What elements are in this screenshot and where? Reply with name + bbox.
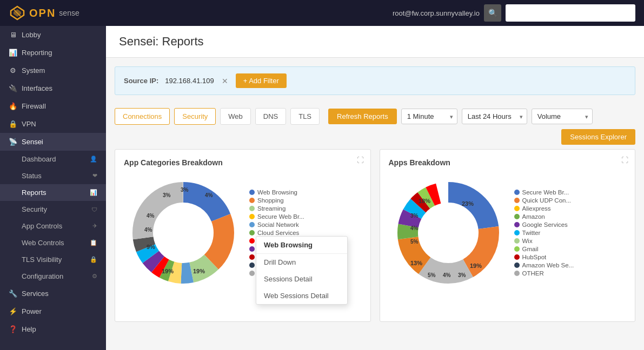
tab-dns[interactable]: DNS xyxy=(255,108,286,125)
svg-text:5%: 5% xyxy=(410,239,419,245)
context-menu-web-sessions-detail[interactable]: Web Sessions Detail xyxy=(256,287,347,304)
sidebar-label-services: Services xyxy=(22,290,49,298)
sidebar-item-services[interactable]: 🔧 Services xyxy=(0,285,106,302)
sidebar-item-web-controls[interactable]: Web Controls 📋 xyxy=(0,234,106,251)
svg-text:4%: 4% xyxy=(410,225,419,231)
main-content: Sensei: Reports Source IP: 192.168.41.10… xyxy=(106,26,644,350)
sessions-explorer-button[interactable]: Sessions Explorer xyxy=(561,129,635,145)
interval-select-wrap: 1 Minute 5 Minutes 10 Minutes xyxy=(401,109,457,124)
topbar-right: root@fw.corp.sunnyvalley.io 🔍 xyxy=(393,4,635,22)
sidebar-item-app-controls[interactable]: App Controls ✈ xyxy=(0,218,106,234)
sidebar-item-sensei[interactable]: 📡 Sensei xyxy=(0,133,106,151)
legend-item: HubSpot xyxy=(514,254,574,260)
topbar: OPNsense root@fw.corp.sunnyvalley.io 🔍 xyxy=(0,0,644,26)
range-select[interactable]: Last 24 Hours Last 1 Hour Last 7 Days xyxy=(462,109,527,124)
sidebar-label-lobby: Lobby xyxy=(22,31,41,39)
sidebar-label-status: Status xyxy=(22,172,42,180)
sidebar-label-interfaces: Interfaces xyxy=(22,84,52,92)
sidebar-item-reports[interactable]: Reports 📊 xyxy=(0,184,106,201)
tab-security[interactable]: Security xyxy=(174,108,216,125)
logo-icon xyxy=(9,4,26,22)
sidebar-item-help[interactable]: ❓ Help xyxy=(0,320,106,338)
legend-item: Amazon Web Se... xyxy=(514,262,574,268)
legend-item: Streaming xyxy=(249,205,304,212)
context-menu-header: Web Browsing xyxy=(256,237,347,254)
security-sub-icon: 🛡 xyxy=(91,206,97,213)
sidebar-item-firewall[interactable]: 🔥 Firewall xyxy=(0,97,106,115)
svg-text:4%: 4% xyxy=(443,272,451,278)
legend-item: Gmail xyxy=(514,246,574,252)
sidebar-label-firewall: Firewall xyxy=(22,102,46,110)
svg-text:19%: 19% xyxy=(162,268,174,274)
interfaces-icon: 🔌 xyxy=(9,84,17,92)
legend-item: Web Browsing xyxy=(249,189,304,196)
topbar-user: root@fw.corp.sunnyvalley.io xyxy=(393,9,480,17)
sensei-icon: 📡 xyxy=(9,138,17,146)
svg-text:4%: 4% xyxy=(205,192,213,198)
help-icon: ❓ xyxy=(9,325,17,333)
firewall-icon: 🔥 xyxy=(9,102,17,110)
tab-tls[interactable]: TLS xyxy=(290,108,320,125)
search-icon-button[interactable]: 🔍 xyxy=(484,4,501,22)
chart1-expand-icon[interactable]: ⛶ xyxy=(357,156,364,164)
logo-opn: OPN xyxy=(29,7,56,19)
sidebar-item-tls[interactable]: TLS Visibility 🔒 xyxy=(0,251,106,268)
lobby-icon: 🖥 xyxy=(9,31,17,39)
chart1-donut: 19% 19% 9% 4% 4% 3% 3% 4% xyxy=(124,173,243,292)
sidebar-item-reporting[interactable]: 📊 Reporting xyxy=(0,44,106,62)
tab-connections[interactable]: Connections xyxy=(115,108,170,125)
legend-item: Cloud Services xyxy=(249,230,304,236)
svg-text:3%: 3% xyxy=(410,213,419,219)
vpn-icon: 🔒 xyxy=(9,120,17,128)
metric-select-wrap: Volume Connections xyxy=(532,109,593,124)
sidebar-item-interfaces[interactable]: 🔌 Interfaces xyxy=(0,79,106,97)
layout: 🖥 Lobby 📊 Reporting ⚙ System 🔌 Interface… xyxy=(0,26,644,350)
legend-item: Wix xyxy=(514,238,574,244)
svg-text:5%: 5% xyxy=(428,272,436,278)
sidebar-label-web-controls: Web Controls xyxy=(22,239,64,247)
filter-remove-button[interactable]: ✕ xyxy=(221,77,229,85)
sidebar-label-sensei: Sensei xyxy=(22,138,43,146)
sidebar-label-reporting: Reporting xyxy=(22,49,52,57)
legend-item: Amazon xyxy=(514,213,574,220)
legend-item: Quick UDP Con... xyxy=(514,197,574,204)
svg-text:3%: 3% xyxy=(163,192,171,198)
add-filter-button[interactable]: + Add Filter xyxy=(236,73,287,88)
chart2-inner: 23% 19% 18% 13% 5% 5% 4% 4% 3% 3% Secure… xyxy=(389,173,627,292)
legend-item: Secure Web Br... xyxy=(514,189,574,196)
search-input[interactable] xyxy=(506,4,635,22)
sidebar-item-system[interactable]: ⚙ System xyxy=(0,62,106,79)
chart-app-categories: App Categories Breakdown ⛶ xyxy=(115,149,371,322)
interval-select[interactable]: 1 Minute 5 Minutes 10 Minutes xyxy=(401,109,457,124)
svg-text:23%: 23% xyxy=(462,200,474,207)
page-header: Sensei: Reports xyxy=(106,26,644,58)
context-menu-drill-down[interactable]: Drill Down xyxy=(256,254,347,271)
page-title: Sensei: Reports xyxy=(119,35,204,48)
configuration-sub-icon: ⚙ xyxy=(92,273,97,280)
svg-text:19%: 19% xyxy=(193,268,205,274)
reports-sub-icon: 📊 xyxy=(90,189,97,196)
sidebar: 🖥 Lobby 📊 Reporting ⚙ System 🔌 Interface… xyxy=(0,26,106,350)
sidebar-label-reports: Reports xyxy=(22,189,47,197)
tls-sub-icon: 🔒 xyxy=(90,256,97,263)
sidebar-item-dashboard[interactable]: Dashboard 👤 xyxy=(0,151,106,167)
legend-item: Aliexpress xyxy=(514,205,574,212)
sidebar-item-vpn[interactable]: 🔒 VPN xyxy=(0,115,106,133)
sidebar-item-power[interactable]: ⚡ Power xyxy=(0,302,106,320)
sidebar-label-system: System xyxy=(22,66,45,75)
filter-value: 192.168.41.109 xyxy=(165,77,214,85)
context-menu-sessions-detail[interactable]: Sessions Detail xyxy=(256,271,347,287)
chart2-expand-icon[interactable]: ⛶ xyxy=(621,156,628,164)
sidebar-label-security: Security xyxy=(22,205,47,213)
sidebar-item-configuration[interactable]: Configuration ⚙ xyxy=(0,268,106,285)
refresh-reports-button[interactable]: Refresh Reports xyxy=(328,109,397,124)
tab-web[interactable]: Web xyxy=(220,108,251,125)
tabs-toolbar-row: Connections Security Web DNS TLS Refresh… xyxy=(106,104,644,129)
sidebar-item-security[interactable]: Security 🛡 xyxy=(0,201,106,218)
svg-text:19%: 19% xyxy=(470,262,482,269)
sidebar-item-lobby[interactable]: 🖥 Lobby xyxy=(0,26,106,44)
metric-select[interactable]: Volume Connections xyxy=(532,109,593,124)
sidebar-sensei-submenu: Dashboard 👤 Status ❤ Reports 📊 Security … xyxy=(0,151,106,285)
legend-item: Google Services xyxy=(514,221,574,228)
sidebar-item-status[interactable]: Status ❤ xyxy=(0,167,106,184)
